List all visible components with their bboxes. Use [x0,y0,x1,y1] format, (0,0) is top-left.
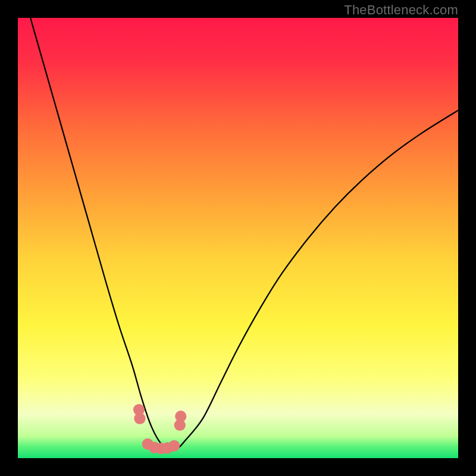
watermark-text: TheBottleneck.com [344,2,458,18]
bottleneck-curve [18,18,458,450]
marker-dot [168,440,180,452]
marker-dot [134,413,145,424]
chart-frame: TheBottleneck.com [0,0,476,476]
marker-dot [175,411,186,422]
plot-area [18,18,458,458]
chart-svg [18,18,458,458]
sweet-spot-markers [133,404,187,454]
